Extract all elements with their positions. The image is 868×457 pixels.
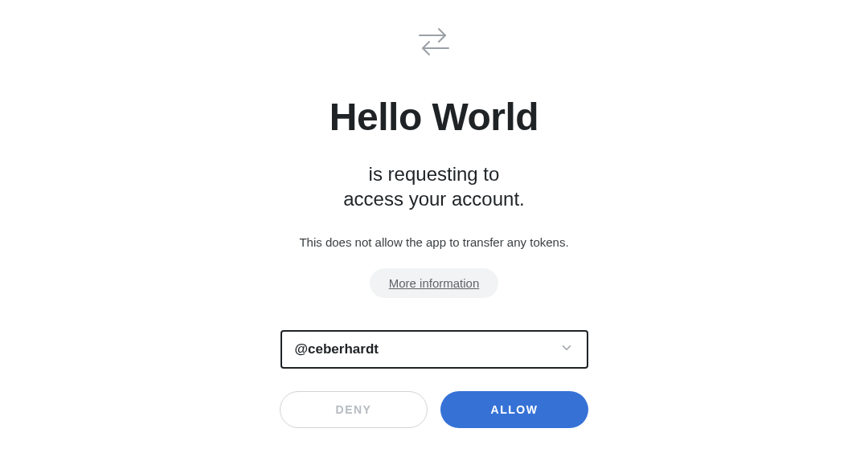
selected-account-label: @ceberhardt: [295, 341, 379, 357]
request-line-1: is requesting to: [343, 161, 524, 186]
action-buttons: DENY ALLOW: [280, 391, 588, 428]
app-name-heading: Hello World: [330, 95, 538, 139]
deny-button[interactable]: DENY: [280, 391, 428, 428]
chevron-down-icon: [559, 341, 574, 358]
allow-button[interactable]: ALLOW: [440, 391, 588, 428]
request-message: is requesting to access your account.: [343, 161, 524, 211]
account-selector[interactable]: @ceberhardt: [280, 330, 588, 369]
request-line-2: access your account.: [343, 186, 524, 211]
authorization-dialog: Hello World is requesting to access your…: [0, 22, 868, 428]
more-information-button[interactable]: More information: [370, 268, 499, 298]
transfer-arrows-icon: [415, 22, 453, 64]
permission-note: This does not allow the app to transfer …: [299, 235, 568, 249]
